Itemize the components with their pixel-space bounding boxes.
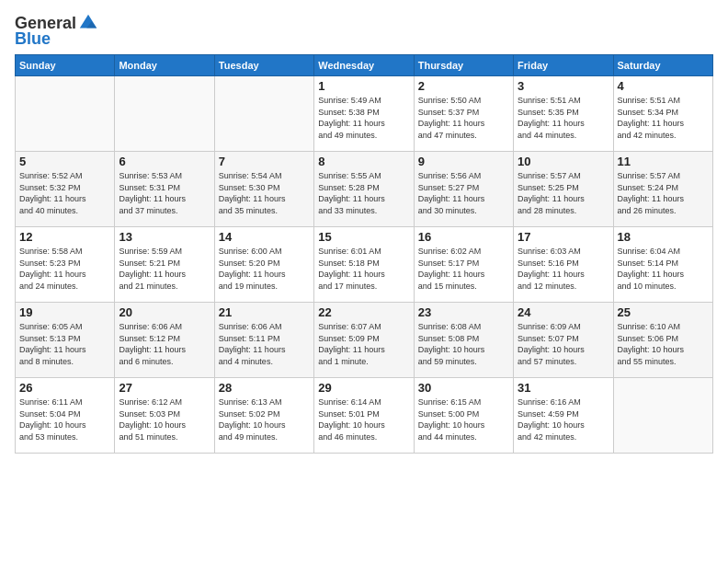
calendar-cell: 3Sunrise: 5:51 AM Sunset: 5:35 PM Daylig… (514, 76, 613, 152)
page-container: General Blue SundayMondayTuesdayWednesda… (0, 0, 728, 461)
calendar-cell: 28Sunrise: 6:13 AM Sunset: 5:02 PM Dayli… (214, 378, 313, 454)
cell-info: Sunrise: 6:13 AM Sunset: 5:02 PM Dayligh… (219, 396, 310, 442)
weekday-header-friday: Friday (514, 55, 613, 76)
logo-icon (78, 13, 98, 33)
cell-info: Sunrise: 6:00 AM Sunset: 5:20 PM Dayligh… (219, 246, 310, 292)
calendar-cell: 31Sunrise: 6:16 AM Sunset: 4:59 PM Dayli… (514, 378, 613, 454)
day-number: 26 (19, 381, 110, 395)
calendar-cell: 24Sunrise: 6:09 AM Sunset: 5:07 PM Dayli… (514, 303, 613, 378)
weekday-header-monday: Monday (115, 55, 214, 76)
day-number: 8 (318, 155, 409, 168)
calendar-cell: 16Sunrise: 6:02 AM Sunset: 5:17 PM Dayli… (414, 227, 513, 303)
cell-info: Sunrise: 5:54 AM Sunset: 5:30 PM Dayligh… (219, 170, 310, 216)
calendar-cell: 10Sunrise: 5:57 AM Sunset: 5:25 PM Dayli… (514, 152, 613, 227)
calendar-cell: 14Sunrise: 6:00 AM Sunset: 5:20 PM Dayli… (214, 227, 313, 303)
day-number: 23 (418, 305, 509, 319)
day-number: 27 (119, 381, 210, 395)
weekday-header-row: SundayMondayTuesdayWednesdayThursdayFrid… (16, 55, 713, 76)
day-number: 3 (518, 79, 609, 93)
cell-info: Sunrise: 6:08 AM Sunset: 5:08 PM Dayligh… (418, 321, 509, 367)
day-number: 30 (418, 381, 509, 395)
day-number: 5 (19, 155, 110, 168)
day-number: 12 (19, 230, 110, 244)
weekday-header-tuesday: Tuesday (214, 55, 313, 76)
cell-info: Sunrise: 6:11 AM Sunset: 5:04 PM Dayligh… (19, 396, 110, 442)
cell-info: Sunrise: 6:05 AM Sunset: 5:13 PM Dayligh… (19, 321, 110, 367)
cell-info: Sunrise: 6:06 AM Sunset: 5:12 PM Dayligh… (119, 321, 210, 367)
day-number: 1 (318, 79, 409, 93)
cell-info: Sunrise: 5:50 AM Sunset: 5:37 PM Dayligh… (418, 95, 509, 141)
cell-info: Sunrise: 6:04 AM Sunset: 5:14 PM Dayligh… (618, 246, 709, 292)
calendar-cell: 4Sunrise: 5:51 AM Sunset: 5:34 PM Daylig… (613, 76, 712, 152)
day-number: 14 (219, 230, 310, 244)
cell-info: Sunrise: 6:07 AM Sunset: 5:09 PM Dayligh… (318, 321, 409, 367)
calendar-cell: 29Sunrise: 6:14 AM Sunset: 5:01 PM Dayli… (314, 378, 414, 454)
calendar-cell: 1Sunrise: 5:49 AM Sunset: 5:38 PM Daylig… (314, 76, 414, 152)
day-number: 17 (518, 230, 609, 244)
cell-info: Sunrise: 6:03 AM Sunset: 5:16 PM Dayligh… (518, 246, 609, 292)
cell-info: Sunrise: 6:06 AM Sunset: 5:11 PM Dayligh… (219, 321, 310, 367)
cell-info: Sunrise: 6:02 AM Sunset: 5:17 PM Dayligh… (418, 246, 509, 292)
calendar-cell: 18Sunrise: 6:04 AM Sunset: 5:14 PM Dayli… (613, 227, 712, 303)
day-number: 13 (119, 230, 210, 244)
logo: General Blue (15, 13, 98, 49)
header: General Blue (15, 9, 713, 49)
calendar-week-row: 5Sunrise: 5:52 AM Sunset: 5:32 PM Daylig… (16, 152, 713, 227)
day-number: 9 (418, 155, 509, 168)
day-number: 4 (618, 79, 709, 93)
calendar-week-row: 19Sunrise: 6:05 AM Sunset: 5:13 PM Dayli… (16, 303, 713, 378)
weekday-header-thursday: Thursday (414, 55, 513, 76)
cell-info: Sunrise: 5:49 AM Sunset: 5:38 PM Dayligh… (318, 95, 409, 141)
day-number: 10 (518, 155, 609, 168)
calendar-cell (16, 76, 115, 152)
calendar-cell: 7Sunrise: 5:54 AM Sunset: 5:30 PM Daylig… (214, 152, 313, 227)
calendar-cell: 8Sunrise: 5:55 AM Sunset: 5:28 PM Daylig… (314, 152, 414, 227)
calendar-cell: 23Sunrise: 6:08 AM Sunset: 5:08 PM Dayli… (414, 303, 513, 378)
cell-info: Sunrise: 5:53 AM Sunset: 5:31 PM Dayligh… (119, 170, 210, 216)
calendar-week-row: 26Sunrise: 6:11 AM Sunset: 5:04 PM Dayli… (16, 378, 713, 454)
calendar-cell (214, 76, 313, 152)
cell-info: Sunrise: 5:56 AM Sunset: 5:27 PM Dayligh… (418, 170, 509, 216)
calendar-cell: 9Sunrise: 5:56 AM Sunset: 5:27 PM Daylig… (414, 152, 513, 227)
day-number: 7 (219, 155, 310, 168)
calendar-cell: 2Sunrise: 5:50 AM Sunset: 5:37 PM Daylig… (414, 76, 513, 152)
day-number: 24 (518, 305, 609, 319)
day-number: 29 (318, 381, 409, 395)
calendar-cell: 27Sunrise: 6:12 AM Sunset: 5:03 PM Dayli… (115, 378, 214, 454)
weekday-header-wednesday: Wednesday (314, 55, 414, 76)
day-number: 31 (518, 381, 609, 395)
day-number: 20 (119, 305, 210, 319)
calendar-cell: 19Sunrise: 6:05 AM Sunset: 5:13 PM Dayli… (16, 303, 115, 378)
calendar-cell: 5Sunrise: 5:52 AM Sunset: 5:32 PM Daylig… (16, 152, 115, 227)
cell-info: Sunrise: 5:51 AM Sunset: 5:35 PM Dayligh… (518, 95, 609, 141)
day-number: 28 (219, 381, 310, 395)
calendar-cell (613, 378, 712, 454)
calendar-cell: 26Sunrise: 6:11 AM Sunset: 5:04 PM Dayli… (16, 378, 115, 454)
weekday-header-sunday: Sunday (16, 55, 115, 76)
day-number: 2 (418, 79, 509, 93)
cell-info: Sunrise: 6:10 AM Sunset: 5:06 PM Dayligh… (618, 321, 709, 367)
day-number: 25 (618, 305, 709, 319)
day-number: 18 (618, 230, 709, 244)
cell-info: Sunrise: 6:01 AM Sunset: 5:18 PM Dayligh… (318, 246, 409, 292)
day-number: 16 (418, 230, 509, 244)
cell-info: Sunrise: 6:12 AM Sunset: 5:03 PM Dayligh… (119, 396, 210, 442)
calendar-cell: 17Sunrise: 6:03 AM Sunset: 5:16 PM Dayli… (514, 227, 613, 303)
day-number: 11 (618, 155, 709, 168)
calendar-cell: 12Sunrise: 5:58 AM Sunset: 5:23 PM Dayli… (16, 227, 115, 303)
calendar-cell: 20Sunrise: 6:06 AM Sunset: 5:12 PM Dayli… (115, 303, 214, 378)
calendar-week-row: 12Sunrise: 5:58 AM Sunset: 5:23 PM Dayli… (16, 227, 713, 303)
calendar-cell: 22Sunrise: 6:07 AM Sunset: 5:09 PM Dayli… (314, 303, 414, 378)
day-number: 21 (219, 305, 310, 319)
day-number: 6 (119, 155, 210, 168)
calendar-table: SundayMondayTuesdayWednesdayThursdayFrid… (15, 54, 713, 454)
day-number: 22 (318, 305, 409, 319)
calendar-cell: 15Sunrise: 6:01 AM Sunset: 5:18 PM Dayli… (314, 227, 414, 303)
calendar-cell: 21Sunrise: 6:06 AM Sunset: 5:11 PM Dayli… (214, 303, 313, 378)
calendar-cell (115, 76, 214, 152)
calendar-week-row: 1Sunrise: 5:49 AM Sunset: 5:38 PM Daylig… (16, 76, 713, 152)
cell-info: Sunrise: 5:55 AM Sunset: 5:28 PM Dayligh… (318, 170, 409, 216)
cell-info: Sunrise: 5:52 AM Sunset: 5:32 PM Dayligh… (19, 170, 110, 216)
cell-info: Sunrise: 6:14 AM Sunset: 5:01 PM Dayligh… (318, 396, 409, 442)
cell-info: Sunrise: 6:16 AM Sunset: 4:59 PM Dayligh… (518, 396, 609, 442)
